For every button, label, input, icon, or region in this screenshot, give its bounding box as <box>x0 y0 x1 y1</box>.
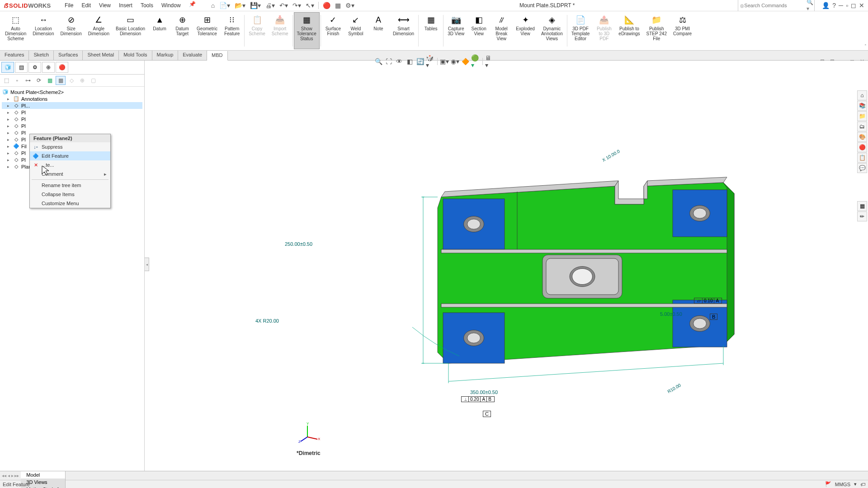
tp-custom-props-icon[interactable]: 📋 <box>857 153 867 163</box>
settings-icon[interactable]: ⚙▾ <box>344 1 356 10</box>
tab-mbd[interactable]: MBD <box>207 51 227 61</box>
panel-splitter[interactable]: ◂ <box>145 258 149 271</box>
tree-btn3[interactable]: ⊶ <box>23 76 33 85</box>
ribbon-auto[interactable]: ⬚AutoDimensionScheme <box>2 12 29 49</box>
ribbon-publish-to[interactable]: 📐Publish toeDrawings <box>615 12 643 49</box>
dynamic-icon[interactable]: 🔄 <box>415 57 425 66</box>
tree-btn5[interactable]: ▦ <box>45 76 55 85</box>
tree-btn7[interactable]: ◇ <box>66 76 76 85</box>
tree-btn9[interactable]: ▢ <box>88 76 98 85</box>
help-icon[interactable]: ? <box>832 2 836 9</box>
expand-icon[interactable]: ▸ <box>7 131 13 135</box>
property-manager-tab[interactable]: ▤ <box>15 62 28 73</box>
ribbon-collapse-icon[interactable]: ˆ <box>865 44 866 49</box>
menu-view[interactable]: View <box>95 1 114 10</box>
ctx-customize-menu[interactable]: Customize Menu <box>30 199 110 208</box>
ctx-edit-feature[interactable]: 🔷Edit Feature <box>30 151 110 160</box>
tp-forum-icon[interactable]: 💬 <box>857 163 867 173</box>
tp-extra1-icon[interactable]: ▦ <box>857 201 867 211</box>
undo-icon[interactable]: ↶▾ <box>278 1 290 10</box>
display-style-icon[interactable]: ▣▾ <box>440 57 449 66</box>
search-input[interactable] <box>744 3 807 8</box>
expand-icon[interactable]: ▸ <box>7 151 13 155</box>
menu-tools[interactable]: Tools <box>137 1 157 10</box>
btab-model[interactable]: Model <box>21 471 65 479</box>
ribbon-note[interactable]: ANote <box>367 12 390 49</box>
status-flag-icon[interactable]: 🚩 <box>825 481 831 487</box>
expand-icon[interactable]: ▸ <box>7 97 13 101</box>
ribbon-capture[interactable]: 📷Capture3D View <box>444 12 467 49</box>
scene-icon[interactable]: 🔶 <box>461 57 470 66</box>
ribbon-angle[interactable]: ∠AngleDimension <box>85 12 113 49</box>
close-icon[interactable]: ✕ <box>859 2 864 9</box>
view-triad[interactable]: Y X Z <box>298 421 321 444</box>
tree-btn2[interactable]: ▫ <box>12 76 22 85</box>
menu-window[interactable]: Window <box>158 1 184 10</box>
render-icon[interactable]: 🖥▾ <box>485 57 494 66</box>
dim-right[interactable]: 5.00±0.50 <box>660 311 682 317</box>
view-orient-icon[interactable]: 🎲▾ <box>426 57 435 66</box>
tree-btn6[interactable]: ▦ <box>56 76 66 85</box>
ctx-comment[interactable]: Comment▸ <box>30 169 110 178</box>
rebuild-icon[interactable]: 🔴 <box>321 1 332 10</box>
ctx-rename-tree-item[interactable]: Rename tree item <box>30 181 110 190</box>
tp-file-explorer-icon[interactable]: 🗂 <box>857 122 867 131</box>
tree-item-1[interactable]: ▸◇Pl... <box>2 102 142 109</box>
user-icon[interactable]: 👤 <box>822 2 830 9</box>
tab-features[interactable]: Features <box>0 51 29 60</box>
tp-resources-icon[interactable]: 📚 <box>857 101 867 111</box>
restore-icon[interactable]: ▫ <box>846 2 848 9</box>
prev-view-icon[interactable]: 👁 <box>395 57 404 66</box>
minimize-icon[interactable]: ─ <box>839 2 843 9</box>
ribbon-weld[interactable]: ↙WeldSymbol <box>344 12 367 49</box>
ribbon-datum[interactable]: ⊕DatumTarget <box>171 12 193 49</box>
menu-edit[interactable]: Edit <box>78 1 94 10</box>
tab-surfaces[interactable]: Surfaces <box>54 51 83 60</box>
dimxpert-manager-tab[interactable]: ⊕ <box>42 62 55 73</box>
zoom-fit-icon[interactable]: 🔍 <box>374 57 383 66</box>
redo-icon[interactable]: ↷▾ <box>291 1 303 10</box>
tab-sheet-metal[interactable]: Sheet Metal <box>83 51 119 60</box>
ribbon-publish[interactable]: 📤Publishto 3DPDF <box>593 12 615 49</box>
ribbon-dynamic[interactable]: ◈DynamicAnnotationViews <box>538 12 566 49</box>
tree-item-2[interactable]: ▸◇Pl <box>2 109 142 116</box>
dim-width-gtol[interactable]: ⟂ 0.20 A B <box>461 396 495 402</box>
expand-icon[interactable]: ▸ <box>7 117 13 122</box>
ribbon-tables[interactable]: ▦Tables <box>420 12 442 49</box>
config-manager-tab[interactable]: ⚙ <box>28 62 41 73</box>
tab-sketch[interactable]: Sketch <box>29 51 54 60</box>
status-dropdown-icon[interactable]: ▾ <box>854 481 857 487</box>
tab-markup[interactable]: Markup <box>152 51 179 60</box>
dim-radius[interactable]: 4X R20.00 <box>255 318 279 324</box>
ribbon-model[interactable]: ⫽ModelBreakView <box>490 12 513 49</box>
tp-appearances-icon[interactable]: 🔴 <box>857 142 867 152</box>
tp-home-icon[interactable]: ⌂ <box>857 90 867 100</box>
tree-root[interactable]: 🧊 Mount Plate<Scheme2> <box>2 89 142 95</box>
status-tag-icon[interactable]: 🏷 <box>860 482 865 487</box>
expand-icon[interactable]: ▸ <box>7 158 13 162</box>
ribbon-basic-location[interactable]: ▭Basic LocationDimension <box>113 12 148 49</box>
dim-height[interactable]: 250.00±0.50 <box>285 241 312 247</box>
maximize-icon[interactable]: ◻ <box>851 2 856 9</box>
options-icon[interactable]: ▦ <box>333 1 343 10</box>
ribbon-import[interactable]: 📥ImportScheme <box>269 12 292 49</box>
datum-b[interactable]: B <box>710 314 717 320</box>
ribbon-datum[interactable]: ▲Datum <box>148 12 171 49</box>
ribbon-publish[interactable]: 📁PublishSTEP 242File <box>643 12 670 49</box>
ribbon-exploded[interactable]: ✦ExplodedView <box>513 12 538 49</box>
search-commands[interactable]: ◎ 🔍▾ <box>738 0 815 13</box>
menu-insert[interactable]: Insert <box>115 1 136 10</box>
zoom-area-icon[interactable]: ⛶ <box>384 57 393 66</box>
expand-icon[interactable]: ▸ <box>7 144 13 149</box>
tree-item-3[interactable]: ▸◇Pl <box>2 116 142 122</box>
display-manager-tab[interactable]: 🔴 <box>56 62 68 73</box>
dim-flatness[interactable]: ▱ 0.10 A <box>694 298 722 304</box>
search-icon[interactable]: 🔍▾ <box>807 0 813 12</box>
ctx-collapse-items[interactable]: Collapse Items <box>30 190 110 199</box>
ribbon-show[interactable]: ▦ShowToleranceStatus <box>294 12 320 49</box>
ribbon-surface[interactable]: ✓SurfaceFinish <box>322 12 344 49</box>
appearance-icon[interactable]: 🟢▾ <box>471 57 480 66</box>
ribbon-geometric[interactable]: ⊞GeometricTolerance <box>193 12 221 49</box>
tree-item-4[interactable]: ▸◇Pl <box>2 122 142 129</box>
ctx-suppress[interactable]: ↓▫Suppress <box>30 142 110 151</box>
